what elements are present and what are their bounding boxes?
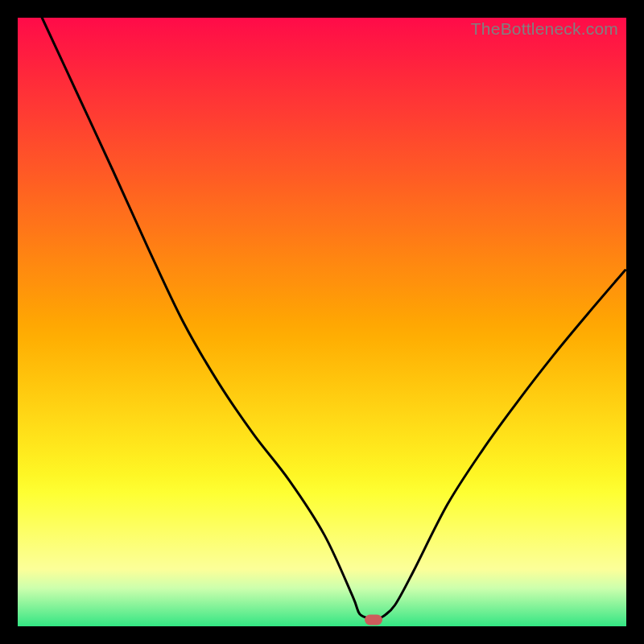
curve-svg [18,18,626,626]
bottleneck-point-marker [365,614,382,625]
chart-frame: TheBottleneck.com [0,0,644,644]
bottleneck-curve-path [42,18,625,619]
plot-area: TheBottleneck.com [18,18,626,626]
